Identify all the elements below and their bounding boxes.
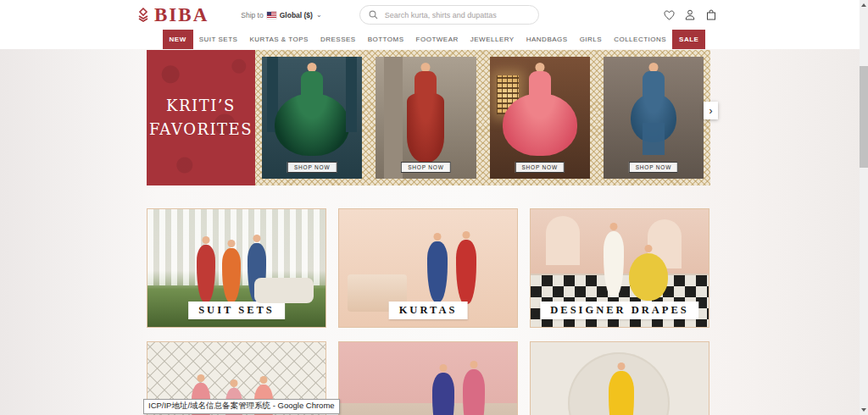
- biba-logo[interactable]: BIBA: [137, 4, 209, 26]
- nav-item-new[interactable]: NEW: [163, 30, 193, 49]
- nav-item-suit-sets[interactable]: SUIT SETS: [193, 30, 244, 49]
- shopping-bag-icon[interactable]: [705, 9, 717, 21]
- nav-item-kurtas-tops[interactable]: KURTAS & TOPS: [243, 30, 314, 49]
- carousel-photo-red-kurta: SHOP NOW: [376, 57, 476, 179]
- chevron-down-icon: ⌄: [316, 14, 322, 17]
- header-action-icons: [663, 9, 717, 21]
- nav-item-bottoms[interactable]: BOTTOMS: [362, 30, 410, 49]
- category-label: KURTAS: [389, 302, 468, 319]
- carousel-slide-3[interactable]: SHOP NOW: [483, 50, 597, 185]
- ship-to-label: Ship to: [241, 11, 263, 19]
- shop-now-button[interactable]: SHOP NOW: [515, 162, 564, 173]
- nav-item-collections[interactable]: COLLECTIONS: [608, 30, 672, 49]
- region-label: Global ($): [280, 11, 313, 19]
- nav-item-handbags[interactable]: HANDBAGS: [520, 30, 574, 49]
- category-card-yellow-kurta[interactable]: [530, 341, 709, 415]
- search-input[interactable]: [383, 10, 530, 20]
- carousel-next-arrow[interactable]: ›: [704, 102, 718, 119]
- us-flag-icon: [267, 12, 276, 19]
- site-header: BIBA Ship to Global ($) ⌄: [0, 0, 868, 30]
- nav-item-girls[interactable]: GIRLS: [574, 30, 609, 49]
- category-row-1: SUIT SETS KURTAS DESIGNER DRAPES: [147, 208, 710, 328]
- main-nav: NEW SUIT SETS KURTAS & TOPS DRESSES BOTT…: [0, 30, 868, 49]
- hero-carousel: KRITI’S FAVORITES SHOP NOW SHOP NOW SHOP…: [147, 50, 710, 185]
- nav-item-sale[interactable]: SALE: [672, 30, 705, 49]
- category-card-festive[interactable]: [338, 341, 518, 415]
- carousel-photo-pink-lehenga: SHOP NOW: [490, 57, 590, 179]
- scrollbar-thumb[interactable]: [860, 66, 868, 168]
- ship-to-selector[interactable]: Ship to Global ($) ⌄: [241, 11, 321, 19]
- wishlist-heart-icon[interactable]: [663, 9, 675, 21]
- nav-item-dresses[interactable]: DRESSES: [314, 30, 362, 49]
- biba-logo-icon: [137, 8, 149, 22]
- carousel-photo-green-anarkali: SHOP NOW: [262, 57, 362, 179]
- shop-now-button[interactable]: SHOP NOW: [401, 162, 450, 173]
- carousel-slide-1[interactable]: SHOP NOW: [255, 50, 369, 185]
- shop-now-button[interactable]: SHOP NOW: [629, 162, 678, 173]
- category-label: SUIT SETS: [188, 302, 285, 319]
- carousel-photo-blue-kurta-set: SHOP NOW: [604, 57, 704, 179]
- taskbar-tooltip: ICP/IP地址/域名信息备案管理系统 - Google Chrome: [143, 399, 340, 414]
- kritis-favorites-line1: KRITI’S: [166, 94, 236, 118]
- vertical-scrollbar[interactable]: [860, 0, 868, 415]
- shop-now-button[interactable]: SHOP NOW: [287, 162, 337, 173]
- scrollbar-down-arrow[interactable]: [860, 405, 868, 415]
- search-icon: [369, 10, 378, 19]
- category-card-designer-drapes[interactable]: DESIGNER DRAPES: [530, 208, 709, 328]
- carousel-slide-4[interactable]: SHOP NOW: [597, 50, 710, 185]
- category-card-kurtas[interactable]: KURTAS: [338, 208, 518, 328]
- nav-item-jewellery[interactable]: JEWELLERY: [465, 30, 520, 49]
- kritis-favorites-panel: KRITI’S FAVORITES: [147, 50, 255, 185]
- search-bar[interactable]: [359, 5, 539, 25]
- category-label: DESIGNER DRAPES: [540, 302, 698, 319]
- carousel-slide-2[interactable]: SHOP NOW: [369, 50, 482, 185]
- category-card-suit-sets[interactable]: SUIT SETS: [147, 208, 326, 328]
- scrollbar-up-arrow[interactable]: [860, 0, 868, 10]
- kritis-favorites-line2: FAVORITES: [149, 118, 253, 141]
- nav-item-footwear[interactable]: FOOTWEAR: [410, 30, 465, 49]
- account-user-icon[interactable]: [684, 9, 696, 21]
- biba-logo-text: BIBA: [154, 4, 209, 26]
